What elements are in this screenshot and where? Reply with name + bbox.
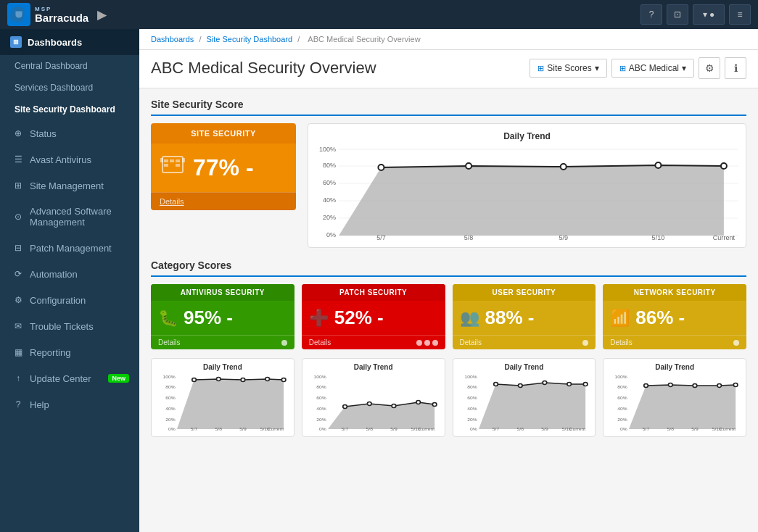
help-btn[interactable]: ? bbox=[640, 4, 662, 25]
small-chart-wrapper-3: 100% 80% 60% 40% 20% 0% bbox=[459, 374, 590, 432]
patch-score: 52% - bbox=[334, 307, 384, 329]
svg-text:40%: 40% bbox=[617, 406, 627, 411]
svg-rect-3 bbox=[164, 159, 168, 162]
main-trend-chart: Daily Trend 100% 80% 60% 40% 20% 0% bbox=[308, 123, 746, 248]
svg-point-56 bbox=[367, 402, 371, 406]
breadcrumb-site-security[interactable]: Site Security Dashboard bbox=[207, 35, 293, 43]
user-icon-card: 👥 bbox=[460, 309, 479, 328]
network-header: NETWORK SECURITY bbox=[603, 284, 746, 301]
sidebar-item-update-center[interactable]: ↑ Update Center New bbox=[0, 365, 139, 391]
svg-text:60%: 60% bbox=[165, 395, 176, 400]
sidebar-item-automation[interactable]: ⟳ Automation bbox=[0, 261, 139, 287]
abc-medical-btn[interactable]: ⊞ ABC Medical ▾ bbox=[611, 59, 694, 78]
nav-label-update: Update Center bbox=[30, 373, 91, 384]
avast-icon: ☰ bbox=[12, 154, 24, 165]
site-security-details[interactable]: Details bbox=[151, 192, 296, 210]
category-cards: ANTIVIRUS SECURITY 🐛 95% - Details PATCH… bbox=[151, 284, 746, 349]
user-header: USER SECURITY bbox=[453, 284, 596, 301]
svg-point-74 bbox=[543, 381, 547, 385]
antivirus-footer[interactable]: Details bbox=[151, 335, 294, 349]
svg-text:0%: 0% bbox=[319, 426, 326, 431]
svg-point-73 bbox=[518, 384, 522, 388]
patch-footer[interactable]: Details bbox=[302, 335, 445, 349]
network-icon-card: 📶 bbox=[610, 309, 630, 328]
svg-point-89 bbox=[644, 384, 648, 388]
svg-rect-6 bbox=[176, 159, 180, 162]
sidebar-item-trouble-tickets[interactable]: ✉ Trouble Tickets bbox=[0, 313, 139, 339]
svg-point-41 bbox=[265, 378, 270, 381]
patch-details-link: Details bbox=[309, 338, 331, 346]
brand-name: Barracuda bbox=[35, 12, 88, 23]
sidebar-item-reporting[interactable]: ▦ Reporting bbox=[0, 339, 139, 365]
content-area: Dashboards / Site Security Dashboard / A… bbox=[139, 29, 758, 532]
small-chart-svg-2: 100% 80% 60% 40% 20% 0% bbox=[308, 374, 439, 432]
sidebar-item-help[interactable]: ? Help bbox=[0, 391, 139, 417]
sidebar-item-configuration[interactable]: ⚙ Configuration bbox=[0, 287, 139, 313]
svg-text:5/9: 5/9 bbox=[390, 426, 397, 431]
svg-point-76 bbox=[583, 383, 588, 386]
svg-marker-20 bbox=[339, 165, 724, 236]
site-scores-btn[interactable]: ⊞ Site Scores ▾ bbox=[530, 59, 606, 78]
sidebar-item-avast[interactable]: ☰ Avast Antivirus bbox=[0, 146, 139, 173]
svg-marker-71 bbox=[478, 383, 585, 429]
nav-label-tickets: Trouble Tickets bbox=[30, 321, 94, 332]
user-footer[interactable]: Details bbox=[453, 335, 596, 349]
site-security-icon bbox=[160, 152, 186, 183]
svg-point-59 bbox=[432, 403, 437, 407]
svg-rect-1 bbox=[160, 158, 163, 162]
user-score: 88% - bbox=[485, 307, 535, 329]
sidebar-item-advanced-software[interactable]: ⊙ Advanced Software Management bbox=[0, 199, 139, 235]
sidebar-item-services-dashboard[interactable]: Services Dashboard bbox=[0, 77, 139, 99]
svg-text:5/9: 5/9 bbox=[559, 234, 568, 240]
svg-text:5/7: 5/7 bbox=[376, 234, 386, 240]
info-btn[interactable]: ℹ bbox=[725, 57, 746, 79]
svg-point-25 bbox=[721, 163, 727, 169]
svg-rect-2 bbox=[182, 158, 185, 162]
svg-point-72 bbox=[493, 383, 498, 386]
nav-label-automation: Automation bbox=[30, 269, 78, 280]
header-actions: ⊞ Site Scores ▾ ⊞ ABC Medical ▾ ⚙ ℹ bbox=[530, 57, 746, 79]
svg-text:60%: 60% bbox=[316, 395, 326, 400]
sidebar-item-central-dashboard[interactable]: Central Dashboard bbox=[0, 55, 139, 77]
sidebar-item-patch-management[interactable]: ⊟ Patch Management bbox=[0, 235, 139, 261]
main-layout: ⊞ Dashboards Central Dashboard Services … bbox=[0, 29, 758, 532]
svg-text:20%: 20% bbox=[467, 417, 477, 422]
expand-icon[interactable]: ▶ bbox=[97, 8, 106, 22]
svg-text:0%: 0% bbox=[326, 231, 336, 238]
svg-text:5/7: 5/7 bbox=[191, 426, 198, 431]
sidebar-dashboards-header[interactable]: ⊞ Dashboards bbox=[0, 29, 139, 55]
sidebar-item-site-management[interactable]: ⊞ Site Management bbox=[0, 173, 139, 199]
advanced-icon: ⊙ bbox=[12, 211, 24, 223]
svg-point-38 bbox=[192, 378, 197, 382]
svg-text:5/8: 5/8 bbox=[464, 234, 474, 240]
svg-text:5/8: 5/8 bbox=[516, 426, 524, 431]
sidebar-item-status[interactable]: ⊕ Status bbox=[0, 120, 139, 146]
small-chart-wrapper-2: 100% 80% 60% 40% 20% 0% bbox=[308, 374, 439, 432]
screenshot-btn[interactable]: ⊡ bbox=[667, 4, 688, 25]
svg-point-42 bbox=[281, 378, 286, 382]
user-btn[interactable]: ▾ ● bbox=[693, 4, 725, 25]
svg-text:60%: 60% bbox=[323, 179, 336, 186]
help-icon: ? bbox=[12, 399, 24, 410]
network-footer[interactable]: Details bbox=[603, 335, 746, 349]
menu-btn[interactable]: ≡ bbox=[729, 4, 751, 25]
site-security-value: 77% - bbox=[193, 154, 254, 181]
small-chart-antivirus: Daily Trend 100% 80% 60% 40% 20% 0% bbox=[151, 358, 294, 437]
svg-text:100%: 100% bbox=[464, 374, 477, 379]
sidebar-item-site-security-dashboard[interactable]: Site Security Dashboard bbox=[0, 99, 139, 120]
svg-point-91 bbox=[693, 384, 697, 388]
breadcrumb-dashboards[interactable]: Dashboards bbox=[151, 35, 194, 43]
small-chart-svg-4: 100% 80% 60% 40% 20% 0% bbox=[609, 374, 740, 432]
network-card: NETWORK SECURITY 📶 86% - Details bbox=[603, 284, 746, 349]
dashboards-label: Dashboards bbox=[28, 37, 82, 48]
small-chart-wrapper-1: 100% 80% 60% 40% 20% 0% bbox=[157, 374, 288, 432]
new-badge: New bbox=[108, 374, 129, 383]
svg-text:20%: 20% bbox=[316, 417, 326, 422]
svg-text:5/9: 5/9 bbox=[541, 426, 548, 431]
breadcrumb-current: ABC Medical Security Overview bbox=[308, 35, 420, 43]
svg-point-90 bbox=[669, 383, 673, 387]
svg-text:5/8: 5/8 bbox=[366, 426, 373, 431]
nav-label-avast: Avast Antivirus bbox=[30, 154, 91, 165]
gear-btn[interactable]: ⚙ bbox=[699, 57, 720, 79]
update-icon: ↑ bbox=[12, 373, 24, 384]
